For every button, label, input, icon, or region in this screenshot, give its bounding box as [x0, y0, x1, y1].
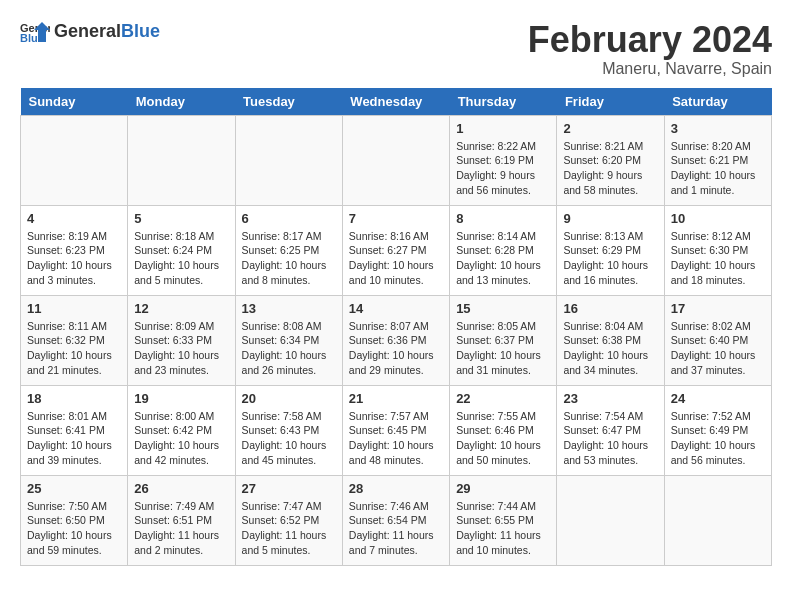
day-info: Sunrise: 7:47 AMSunset: 6:52 PMDaylight:…: [242, 499, 336, 558]
day-number: 13: [242, 301, 336, 316]
day-info: Sunrise: 8:21 AMSunset: 6:20 PMDaylight:…: [563, 139, 657, 198]
calendar-cell: 29Sunrise: 7:44 AMSunset: 6:55 PMDayligh…: [450, 475, 557, 565]
calendar-cell: 5Sunrise: 8:18 AMSunset: 6:24 PMDaylight…: [128, 205, 235, 295]
logo-icon: General Blue: [20, 20, 50, 44]
day-info: Sunrise: 8:11 AMSunset: 6:32 PMDaylight:…: [27, 319, 121, 378]
day-info: Sunrise: 8:07 AMSunset: 6:36 PMDaylight:…: [349, 319, 443, 378]
week-row-1: 1Sunrise: 8:22 AMSunset: 6:19 PMDaylight…: [21, 115, 772, 205]
day-number: 12: [134, 301, 228, 316]
day-info: Sunrise: 8:20 AMSunset: 6:21 PMDaylight:…: [671, 139, 765, 198]
day-number: 4: [27, 211, 121, 226]
day-number: 5: [134, 211, 228, 226]
day-info: Sunrise: 7:46 AMSunset: 6:54 PMDaylight:…: [349, 499, 443, 558]
day-number: 24: [671, 391, 765, 406]
weekday-header-row: SundayMondayTuesdayWednesdayThursdayFrid…: [21, 88, 772, 116]
calendar-cell: 1Sunrise: 8:22 AMSunset: 6:19 PMDaylight…: [450, 115, 557, 205]
page-header: General Blue GeneralBlue February 2024 M…: [20, 20, 772, 78]
day-number: 9: [563, 211, 657, 226]
day-number: 19: [134, 391, 228, 406]
day-number: 16: [563, 301, 657, 316]
day-info: Sunrise: 8:01 AMSunset: 6:41 PMDaylight:…: [27, 409, 121, 468]
day-info: Sunrise: 8:00 AMSunset: 6:42 PMDaylight:…: [134, 409, 228, 468]
calendar-cell: 25Sunrise: 7:50 AMSunset: 6:50 PMDayligh…: [21, 475, 128, 565]
calendar-cell: 7Sunrise: 8:16 AMSunset: 6:27 PMDaylight…: [342, 205, 449, 295]
day-info: Sunrise: 8:05 AMSunset: 6:37 PMDaylight:…: [456, 319, 550, 378]
calendar-cell: 16Sunrise: 8:04 AMSunset: 6:38 PMDayligh…: [557, 295, 664, 385]
day-number: 6: [242, 211, 336, 226]
weekday-header-friday: Friday: [557, 88, 664, 116]
day-number: 28: [349, 481, 443, 496]
day-info: Sunrise: 7:57 AMSunset: 6:45 PMDaylight:…: [349, 409, 443, 468]
day-number: 1: [456, 121, 550, 136]
calendar-cell: 4Sunrise: 8:19 AMSunset: 6:23 PMDaylight…: [21, 205, 128, 295]
day-number: 26: [134, 481, 228, 496]
calendar-cell: [235, 115, 342, 205]
day-number: 21: [349, 391, 443, 406]
day-info: Sunrise: 7:44 AMSunset: 6:55 PMDaylight:…: [456, 499, 550, 558]
day-info: Sunrise: 7:58 AMSunset: 6:43 PMDaylight:…: [242, 409, 336, 468]
day-info: Sunrise: 7:49 AMSunset: 6:51 PMDaylight:…: [134, 499, 228, 558]
day-number: 23: [563, 391, 657, 406]
day-info: Sunrise: 8:02 AMSunset: 6:40 PMDaylight:…: [671, 319, 765, 378]
day-info: Sunrise: 8:04 AMSunset: 6:38 PMDaylight:…: [563, 319, 657, 378]
calendar-header: SundayMondayTuesdayWednesdayThursdayFrid…: [21, 88, 772, 116]
calendar-body: 1Sunrise: 8:22 AMSunset: 6:19 PMDaylight…: [21, 115, 772, 565]
week-row-4: 18Sunrise: 8:01 AMSunset: 6:41 PMDayligh…: [21, 385, 772, 475]
day-info: Sunrise: 8:12 AMSunset: 6:30 PMDaylight:…: [671, 229, 765, 288]
day-number: 10: [671, 211, 765, 226]
calendar-title: February 2024: [528, 20, 772, 60]
calendar-cell: 18Sunrise: 8:01 AMSunset: 6:41 PMDayligh…: [21, 385, 128, 475]
calendar-subtitle: Maneru, Navarre, Spain: [528, 60, 772, 78]
day-number: 8: [456, 211, 550, 226]
day-info: Sunrise: 8:08 AMSunset: 6:34 PMDaylight:…: [242, 319, 336, 378]
day-info: Sunrise: 8:16 AMSunset: 6:27 PMDaylight:…: [349, 229, 443, 288]
week-row-2: 4Sunrise: 8:19 AMSunset: 6:23 PMDaylight…: [21, 205, 772, 295]
week-row-3: 11Sunrise: 8:11 AMSunset: 6:32 PMDayligh…: [21, 295, 772, 385]
day-number: 22: [456, 391, 550, 406]
calendar-cell: 13Sunrise: 8:08 AMSunset: 6:34 PMDayligh…: [235, 295, 342, 385]
day-info: Sunrise: 7:55 AMSunset: 6:46 PMDaylight:…: [456, 409, 550, 468]
weekday-header-saturday: Saturday: [664, 88, 771, 116]
weekday-header-tuesday: Tuesday: [235, 88, 342, 116]
week-row-5: 25Sunrise: 7:50 AMSunset: 6:50 PMDayligh…: [21, 475, 772, 565]
calendar-cell: 26Sunrise: 7:49 AMSunset: 6:51 PMDayligh…: [128, 475, 235, 565]
calendar-cell: 6Sunrise: 8:17 AMSunset: 6:25 PMDaylight…: [235, 205, 342, 295]
calendar-cell: 19Sunrise: 8:00 AMSunset: 6:42 PMDayligh…: [128, 385, 235, 475]
calendar-cell: 23Sunrise: 7:54 AMSunset: 6:47 PMDayligh…: [557, 385, 664, 475]
calendar-cell: 22Sunrise: 7:55 AMSunset: 6:46 PMDayligh…: [450, 385, 557, 475]
day-number: 18: [27, 391, 121, 406]
calendar-cell: 21Sunrise: 7:57 AMSunset: 6:45 PMDayligh…: [342, 385, 449, 475]
calendar-cell: 20Sunrise: 7:58 AMSunset: 6:43 PMDayligh…: [235, 385, 342, 475]
day-number: 7: [349, 211, 443, 226]
day-info: Sunrise: 7:50 AMSunset: 6:50 PMDaylight:…: [27, 499, 121, 558]
calendar-table: SundayMondayTuesdayWednesdayThursdayFrid…: [20, 88, 772, 566]
calendar-cell: 24Sunrise: 7:52 AMSunset: 6:49 PMDayligh…: [664, 385, 771, 475]
title-area: February 2024 Maneru, Navarre, Spain: [528, 20, 772, 78]
day-number: 14: [349, 301, 443, 316]
calendar-cell: [664, 475, 771, 565]
calendar-cell: [557, 475, 664, 565]
logo: General Blue GeneralBlue: [20, 20, 160, 44]
day-info: Sunrise: 8:18 AMSunset: 6:24 PMDaylight:…: [134, 229, 228, 288]
day-info: Sunrise: 8:13 AMSunset: 6:29 PMDaylight:…: [563, 229, 657, 288]
calendar-cell: 27Sunrise: 7:47 AMSunset: 6:52 PMDayligh…: [235, 475, 342, 565]
calendar-cell: 8Sunrise: 8:14 AMSunset: 6:28 PMDaylight…: [450, 205, 557, 295]
calendar-cell: 2Sunrise: 8:21 AMSunset: 6:20 PMDaylight…: [557, 115, 664, 205]
weekday-header-wednesday: Wednesday: [342, 88, 449, 116]
day-number: 17: [671, 301, 765, 316]
logo-general-text: General: [54, 21, 121, 41]
day-info: Sunrise: 8:14 AMSunset: 6:28 PMDaylight:…: [456, 229, 550, 288]
day-number: 29: [456, 481, 550, 496]
day-info: Sunrise: 8:17 AMSunset: 6:25 PMDaylight:…: [242, 229, 336, 288]
day-info: Sunrise: 8:22 AMSunset: 6:19 PMDaylight:…: [456, 139, 550, 198]
weekday-header-sunday: Sunday: [21, 88, 128, 116]
weekday-header-thursday: Thursday: [450, 88, 557, 116]
day-info: Sunrise: 8:19 AMSunset: 6:23 PMDaylight:…: [27, 229, 121, 288]
calendar-cell: 17Sunrise: 8:02 AMSunset: 6:40 PMDayligh…: [664, 295, 771, 385]
day-number: 2: [563, 121, 657, 136]
day-info: Sunrise: 7:52 AMSunset: 6:49 PMDaylight:…: [671, 409, 765, 468]
logo-blue-text: Blue: [121, 21, 160, 41]
calendar-cell: 9Sunrise: 8:13 AMSunset: 6:29 PMDaylight…: [557, 205, 664, 295]
day-number: 25: [27, 481, 121, 496]
calendar-cell: 28Sunrise: 7:46 AMSunset: 6:54 PMDayligh…: [342, 475, 449, 565]
